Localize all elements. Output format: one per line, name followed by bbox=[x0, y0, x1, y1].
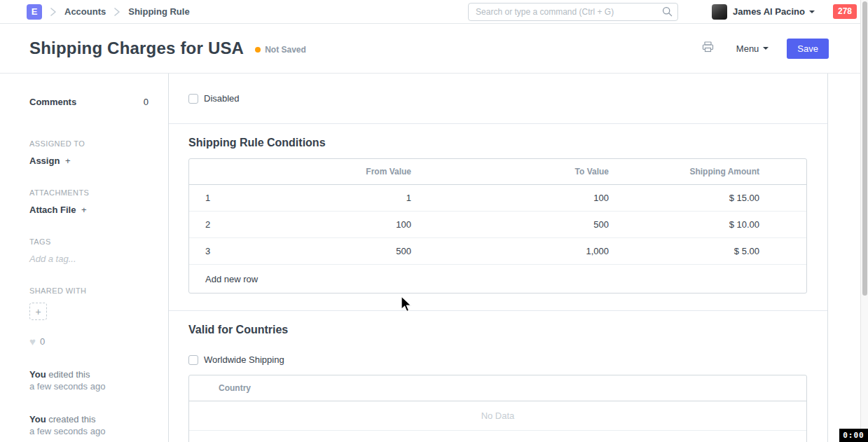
shared-with-label: SHARED WITH bbox=[29, 286, 149, 295]
conditions-table: From Value To Value Shipping Amount 1 1 … bbox=[188, 158, 807, 293]
activity-when: a few seconds ago bbox=[29, 380, 149, 392]
page-head: Shipping Charges for USA Not Saved Menu … bbox=[0, 24, 868, 74]
col-from-value: From Value bbox=[219, 167, 418, 177]
plus-icon: + bbox=[81, 205, 87, 215]
condition-row-3[interactable]: 3 500 1,000 $ 5.00 bbox=[189, 238, 806, 265]
countries-table: Country No Data Add new row bbox=[188, 375, 807, 442]
countries-table-header: Country bbox=[189, 375, 806, 401]
condition-row-2[interactable]: 2 100 500 $ 10.00 bbox=[189, 212, 806, 238]
countries-section-title: Valid for Countries bbox=[188, 311, 806, 336]
activity-when: a few seconds ago bbox=[29, 425, 149, 437]
global-search bbox=[468, 3, 678, 21]
menu-label: Menu bbox=[736, 43, 759, 54]
disabled-checkbox-row[interactable]: Disabled bbox=[188, 93, 240, 104]
recording-timer: 0:00 bbox=[839, 429, 868, 442]
to-value-cell[interactable]: 1,000 bbox=[418, 246, 616, 256]
menu-button[interactable]: Menu bbox=[736, 43, 769, 54]
attach-file-button[interactable]: Attach File + bbox=[29, 205, 149, 215]
plus-icon: + bbox=[35, 306, 41, 317]
search-icon bbox=[662, 6, 673, 20]
notification-badge[interactable]: 278 bbox=[833, 4, 857, 18]
col-shipping-amount: Shipping Amount bbox=[616, 167, 766, 177]
save-button[interactable]: Save bbox=[787, 39, 829, 59]
col-country: Country bbox=[219, 383, 251, 393]
attach-file-label: Attach File bbox=[29, 205, 76, 215]
navbar: E Accounts Shipping Rule James Al Pacino… bbox=[0, 0, 868, 24]
chevron-right-icon bbox=[113, 7, 121, 17]
save-status-indicator: Not Saved bbox=[255, 45, 306, 55]
scrollbar-thumb[interactable] bbox=[862, 1, 867, 296]
assigned-to-label: ASSIGNED TO bbox=[29, 139, 149, 148]
from-value-cell[interactable]: 100 bbox=[219, 219, 418, 230]
worldwide-shipping-label: Worldwide Shipping bbox=[204, 354, 284, 365]
plus-icon: + bbox=[65, 156, 71, 166]
form-sidebar: Comments 0 ASSIGNED TO Assign + ATTACHME… bbox=[0, 74, 169, 442]
worldwide-shipping-checkbox[interactable] bbox=[188, 355, 198, 365]
activity-action: created this bbox=[48, 414, 95, 424]
user-menu[interactable]: James Al Pacino bbox=[733, 6, 815, 17]
col-to-value: To Value bbox=[418, 167, 616, 177]
conditions-table-header: From Value To Value Shipping Amount bbox=[189, 159, 806, 185]
chevron-right-icon bbox=[49, 7, 57, 17]
countries-empty-state: No Data bbox=[189, 401, 806, 431]
activity-who: You bbox=[29, 369, 46, 380]
from-value-cell[interactable]: 1 bbox=[219, 193, 418, 203]
assign-label: Assign bbox=[29, 156, 60, 166]
not-saved-dot-icon bbox=[255, 47, 261, 53]
conditions-add-row-button[interactable]: Add new row bbox=[205, 274, 258, 284]
row-index: 2 bbox=[189, 219, 219, 230]
user-name-label: James Al Pacino bbox=[733, 6, 805, 17]
search-input[interactable] bbox=[468, 3, 678, 21]
disabled-label: Disabled bbox=[204, 93, 240, 104]
breadcrumb-shipping-rule[interactable]: Shipping Rule bbox=[128, 6, 189, 17]
assign-button[interactable]: Assign + bbox=[29, 156, 149, 166]
add-share-button[interactable]: + bbox=[29, 303, 47, 320]
activity-edited: You edited this a few seconds ago bbox=[29, 368, 149, 392]
tags-label: TAGS bbox=[29, 237, 149, 246]
disabled-checkbox[interactable] bbox=[188, 94, 198, 104]
vertical-scrollbar[interactable] bbox=[860, 0, 868, 442]
app-window: E Accounts Shipping Rule James Al Pacino… bbox=[0, 0, 868, 442]
to-value-cell[interactable]: 500 bbox=[418, 219, 616, 230]
app-logo[interactable]: E bbox=[27, 4, 42, 20]
conditions-section-title: Shipping Rule Conditions bbox=[188, 124, 806, 149]
attachments-label: ATTACHMENTS bbox=[29, 188, 149, 197]
comments-count: 0 bbox=[144, 97, 149, 107]
row-index: 3 bbox=[189, 246, 219, 256]
add-tag-input[interactable]: Add a tag... bbox=[29, 254, 149, 264]
not-saved-label: Not Saved bbox=[265, 45, 306, 55]
printer-icon bbox=[702, 41, 714, 55]
from-value-cell[interactable]: 500 bbox=[219, 246, 418, 256]
shipping-amount-cell[interactable]: $ 15.00 bbox=[616, 193, 766, 203]
likes-count: 0 bbox=[40, 336, 45, 347]
to-value-cell[interactable]: 100 bbox=[418, 193, 616, 203]
shipping-amount-cell[interactable]: $ 5.00 bbox=[616, 246, 766, 256]
worldwide-shipping-checkbox-row[interactable]: Worldwide Shipping bbox=[188, 354, 806, 365]
caret-down-icon bbox=[763, 47, 769, 50]
row-index: 1 bbox=[189, 193, 219, 203]
condition-row-1[interactable]: 1 1 100 $ 15.00 bbox=[189, 185, 806, 212]
comments-link[interactable]: Comments bbox=[29, 97, 76, 107]
page-title: Shipping Charges for USA bbox=[29, 39, 244, 58]
activity-created: You created this a few seconds ago bbox=[29, 413, 149, 437]
countries-add-row-button[interactable]: Add new row bbox=[205, 440, 258, 442]
activity-who: You bbox=[29, 414, 46, 424]
caret-down-icon bbox=[809, 11, 815, 13]
heart-icon[interactable]: ♥ bbox=[29, 336, 36, 347]
breadcrumb-accounts[interactable]: Accounts bbox=[64, 6, 106, 17]
print-button[interactable] bbox=[699, 39, 717, 58]
activity-action: edited this bbox=[48, 369, 90, 380]
form-body: Disabled Shipping Rule Conditions From V… bbox=[169, 74, 828, 442]
user-avatar[interactable] bbox=[712, 4, 727, 20]
shipping-amount-cell[interactable]: $ 10.00 bbox=[616, 219, 766, 230]
